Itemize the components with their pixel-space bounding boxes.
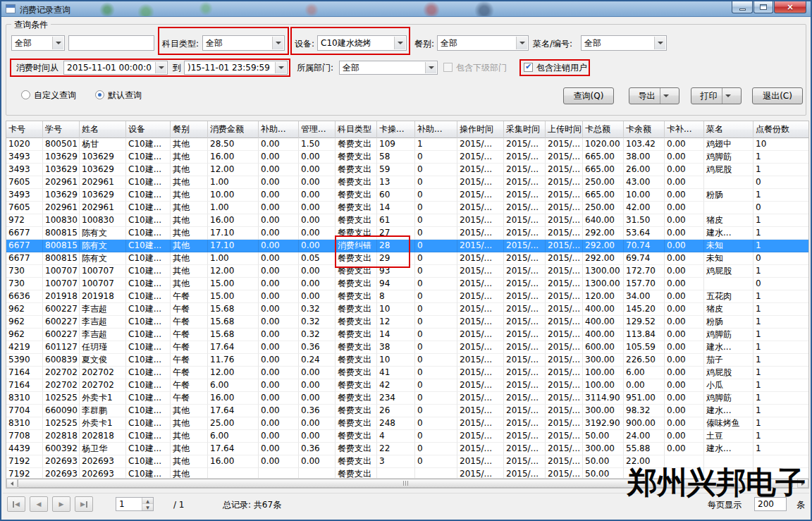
column-header[interactable]: 上传时间 (546, 121, 583, 138)
table-cell: 1 (753, 443, 808, 455)
column-header[interactable]: 菜名 (704, 121, 753, 138)
next-page-button[interactable]: ▶ (52, 496, 70, 512)
table-row[interactable]: 3493103629103629C10建...其他10.000.000.00餐费… (6, 189, 808, 202)
column-header[interactable]: 卡号 (6, 121, 43, 138)
maximize-button[interactable] (753, 1, 773, 13)
column-header[interactable]: 设备 (126, 121, 171, 138)
column-header[interactable]: 科目类型 (336, 121, 377, 138)
table-row[interactable]: 6677800815陈有文C10建...其他1.000.000.05餐费支出29… (6, 252, 808, 265)
close-button[interactable]: × (774, 1, 806, 13)
column-header[interactable]: 采集时间 (504, 121, 546, 138)
chevron-down-icon[interactable] (52, 37, 63, 49)
column-header[interactable]: 点餐份数 (753, 121, 809, 138)
department-combo[interactable]: 全部 (339, 61, 438, 75)
meal-combo[interactable]: 全部 (437, 35, 529, 51)
table-cell: 餐费支出 (336, 227, 377, 240)
table-row[interactable]: 3493103629103629C10建...其他12.000.000.00餐费… (6, 164, 808, 176)
chevron-down-icon[interactable] (394, 37, 405, 49)
table-cell: 0.00 (299, 189, 336, 202)
table-cell: 1.00 (208, 176, 259, 189)
prev-page-button[interactable]: ◀ (30, 496, 48, 512)
table-row[interactable]: 962600227李吉超C10建...午餐15.680.000.32餐费支出14… (6, 329, 808, 341)
chevron-down-icon[interactable] (272, 37, 283, 49)
column-header[interactable]: 补助... (259, 121, 299, 138)
filter-text-input[interactable] (68, 35, 154, 51)
table-row[interactable]: 5390600839夏文俊C10建...午餐11.760.000.24餐费支出1… (6, 354, 808, 367)
column-header[interactable]: 补助... (415, 121, 457, 138)
page-number-spinner[interactable]: ▲ ▼ (116, 497, 154, 511)
device-combo[interactable]: C10建水烧烤 (317, 35, 407, 51)
include-cancelled-checkbox[interactable] (524, 63, 533, 72)
table-row[interactable]: 730100707100707C10建...其他15.000.000.00餐费支… (6, 278, 808, 290)
print-button[interactable]: 打印 (691, 87, 742, 104)
titlebar[interactable]: 消费记录查询 × (1, 1, 811, 17)
spinner-down-icon[interactable]: ▼ (142, 504, 153, 510)
table-cell: 1 (753, 329, 808, 341)
table-row[interactable]: 8310102525外卖卡1C10建...午餐16.000.000.00餐费支出… (6, 392, 808, 405)
subject-type-combo[interactable]: 全部 (202, 35, 285, 51)
table-row[interactable]: 1020800501杨甘C10建...其他28.500.001.50餐费支出10… (6, 138, 808, 151)
time-to-combo[interactable]: )15-11-01 23:59:59 (184, 61, 288, 75)
table-cell: 0.00 (665, 405, 704, 417)
column-header[interactable]: 卡余额 (624, 121, 665, 138)
page-number-input[interactable] (116, 498, 142, 510)
column-header[interactable]: 卡操... (377, 121, 415, 138)
exit-button[interactable]: 退出(C) (752, 87, 803, 104)
table-row[interactable]: 7164202702202702C10建...午餐12.000.000.00餐费… (6, 367, 808, 379)
print-dropdown-icon[interactable] (722, 88, 734, 104)
column-header[interactable]: 卡总额 (583, 121, 624, 138)
table-cell: 1 (753, 405, 808, 417)
time-from-combo[interactable]: 2015-11-01 00:00:0 (63, 61, 168, 75)
table-row[interactable]: 4439600392杨卫华C10建...其他17.640.000.36餐费支出2… (6, 443, 808, 455)
export-dropdown-icon[interactable] (660, 88, 672, 104)
query-button[interactable]: 查询(Q) (563, 87, 614, 104)
table-row[interactable]: 6677800815陈有文C10建...其他17.100.000.00餐费支出2… (6, 227, 808, 240)
table-row[interactable]: 962600227李吉超C10建...午餐15.680.000.32餐费支出10… (6, 303, 808, 316)
table-row[interactable]: 962600227李吉超C10建...午餐15.680.000.32餐费支出12… (6, 316, 808, 329)
table-cell: 2015/... (546, 303, 583, 316)
spinner-up-icon[interactable]: ▲ (142, 498, 153, 504)
column-header[interactable]: 餐别 (171, 121, 208, 138)
table-cell: 0.00 (259, 202, 299, 214)
table-row[interactable]: 7605202961202961C10建...其他1.000.000.00餐费支… (6, 202, 808, 214)
chevron-down-icon[interactable] (516, 37, 527, 49)
include-sub-dept-checkbox[interactable] (443, 63, 453, 72)
column-header[interactable]: 卡补... (665, 121, 704, 138)
column-header[interactable]: 管理... (299, 121, 336, 138)
table-cell: 1300.00 (583, 265, 624, 278)
table-cell: 58 (377, 151, 415, 164)
table-row[interactable]: 4219601127任玥瑾C10建...午餐17.640.000.36餐费支出3… (6, 341, 808, 354)
table-row[interactable]: 6636201918201918C10建...午餐15.000.000.00餐费… (6, 290, 808, 303)
table-row[interactable]: 7605202961202961C10建...其他1.000.000.00餐费支… (6, 176, 808, 189)
table-row[interactable]: 730100707100707C10建...其他12.000.000.00餐费支… (6, 265, 808, 278)
scope-combo[interactable]: 全部 (11, 35, 65, 51)
table-cell: 7192 (6, 455, 43, 468)
column-header[interactable]: 学号 (43, 121, 80, 138)
table-row[interactable]: 6677800815陈有文C10建...其他17.100.000.00消费纠错2… (6, 240, 808, 252)
table-row[interactable]: 972100830100830C10建...其他16.000.000.00餐费支… (6, 214, 808, 227)
table-cell: 0.00 (665, 176, 704, 189)
table-row[interactable]: 7704660090李群鹏C10建...其他17.640.000.36餐费支出2… (6, 405, 808, 417)
column-header[interactable]: 姓名 (80, 121, 126, 138)
export-button[interactable]: 导出 (629, 87, 679, 104)
chevron-down-icon[interactable] (654, 37, 665, 49)
table-row[interactable]: 3493103629103629C10建...其他16.000.000.00餐费… (6, 151, 808, 164)
chevron-down-icon[interactable] (425, 62, 436, 73)
table-row[interactable]: 7164202702202702C10建...午餐6.000.000.00餐费支… (6, 379, 808, 392)
chevron-down-icon[interactable] (275, 62, 286, 73)
first-page-button[interactable]: ◀ (7, 496, 25, 512)
dish-combo[interactable]: 全部 (581, 35, 667, 51)
column-header[interactable]: 消费金额 (208, 121, 259, 138)
chevron-down-icon[interactable] (155, 62, 166, 73)
column-header[interactable]: 操作时间 (457, 121, 504, 138)
scroll-left-button[interactable] (6, 479, 18, 488)
last-page-button[interactable]: ▶ (75, 496, 93, 512)
table-cell: 12.00 (208, 265, 259, 278)
custom-query-radio[interactable] (21, 90, 30, 99)
minimize-button[interactable] (732, 1, 753, 13)
table-row[interactable]: 7708202818202818C10建...其他6.000.000.00餐费支… (6, 430, 808, 443)
next-page-icon: ▶ (59, 501, 64, 508)
table-row[interactable]: 8310102525外卖卡1C10建...其他25.000.000.00餐费支出… (6, 417, 808, 430)
table-cell: 2015/... (546, 430, 583, 443)
default-query-radio[interactable] (95, 90, 104, 99)
